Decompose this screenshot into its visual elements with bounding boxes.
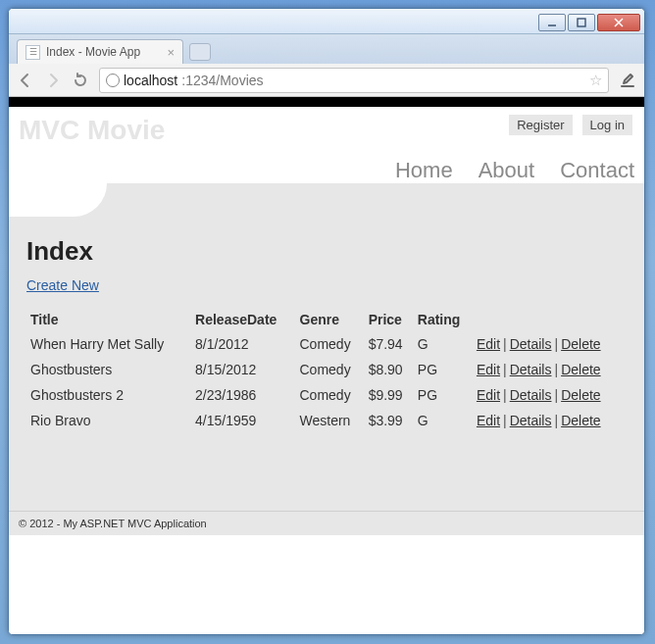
action-separator: | — [500, 362, 510, 377]
browser-tabstrip: ☰ Index - Movie App × — [9, 34, 644, 64]
delete-link[interactable]: Delete — [561, 362, 600, 377]
cell-actions: Edit|Details|Delete — [473, 408, 627, 433]
cell-title: Ghostbusters — [26, 357, 191, 382]
cell-actions: Edit|Details|Delete — [473, 331, 627, 357]
window-close-button[interactable] — [597, 14, 640, 31]
action-separator: | — [500, 413, 510, 428]
cell-release: 8/1/2012 — [191, 331, 295, 357]
details-link[interactable]: Details — [510, 336, 552, 352]
table-row: Ghostbusters 22/23/1986Comedy$9.99PGEdit… — [26, 382, 627, 408]
window-minimize-button[interactable] — [538, 14, 566, 31]
edit-link[interactable]: Edit — [477, 387, 500, 403]
header-curve — [9, 183, 644, 217]
edit-link[interactable]: Edit — [477, 336, 500, 352]
cell-price: $3.99 — [365, 408, 414, 433]
table-row: Ghostbusters8/15/2012Comedy$8.90PGEdit|D… — [26, 357, 627, 382]
table-row: When Harry Met Sally8/1/2012Comedy$7.94G… — [26, 331, 627, 357]
create-new-link[interactable]: Create New — [26, 277, 99, 293]
cell-release: 8/15/2012 — [191, 357, 295, 382]
movies-table: Title ReleaseDate Genre Price Rating Whe… — [26, 308, 627, 433]
col-actions — [473, 308, 627, 331]
delete-link[interactable]: Delete — [561, 413, 600, 428]
cell-title: Ghostbusters 2 — [26, 382, 191, 408]
cell-genre: Comedy — [296, 382, 365, 408]
svg-rect-1 — [578, 19, 585, 26]
page-accent-strip — [9, 97, 644, 107]
url-host: localhost — [124, 73, 177, 88]
cell-rating: G — [414, 331, 473, 357]
tab-favicon: ☰ — [25, 45, 40, 60]
cell-title: When Harry Met Sally — [26, 331, 191, 357]
settings-wrench-icon[interactable] — [619, 72, 636, 89]
page-viewport: MVC Movie Register Log in Home About Con… — [9, 97, 644, 634]
register-link[interactable]: Register — [509, 115, 572, 135]
nav-about[interactable]: About — [479, 158, 535, 183]
col-title: Title — [26, 308, 191, 331]
url-path: :1234/Movies — [181, 73, 263, 88]
cell-genre: Comedy — [296, 357, 365, 382]
action-separator: | — [551, 387, 561, 403]
edit-link[interactable]: Edit — [477, 362, 500, 377]
primary-nav: Home About Contact — [19, 158, 634, 183]
browser-toolbar: localhost:1234/Movies ☆ — [9, 64, 644, 97]
cell-release: 4/15/1959 — [191, 408, 295, 433]
details-link[interactable]: Details — [510, 387, 552, 403]
col-genre: Genre — [296, 308, 365, 331]
delete-link[interactable]: Delete — [561, 387, 600, 403]
delete-link[interactable]: Delete — [561, 336, 600, 352]
browser-window: ☰ Index - Movie App × localhost:1234/Mov… — [8, 8, 645, 635]
cell-actions: Edit|Details|Delete — [473, 382, 627, 408]
reload-button[interactable] — [72, 72, 89, 89]
forward-button[interactable] — [44, 72, 62, 89]
browser-tab[interactable]: ☰ Index - Movie App × — [17, 39, 183, 64]
footer-text: © 2012 - My ASP.NET MVC Application — [19, 518, 207, 529]
cell-genre: Western — [296, 408, 365, 433]
action-separator: | — [551, 336, 561, 352]
nav-home[interactable]: Home — [395, 158, 453, 183]
action-separator: | — [500, 336, 510, 352]
site-footer: © 2012 - My ASP.NET MVC Application — [9, 511, 644, 535]
cell-genre: Comedy — [296, 331, 365, 357]
nav-contact[interactable]: Contact — [560, 158, 634, 183]
back-button[interactable] — [17, 72, 34, 89]
action-separator: | — [551, 413, 561, 428]
new-tab-button[interactable] — [189, 43, 211, 61]
window-maximize-button[interactable] — [568, 14, 595, 31]
login-link[interactable]: Log in — [582, 115, 632, 135]
action-separator: | — [551, 362, 561, 377]
table-header-row: Title ReleaseDate Genre Price Rating — [26, 308, 627, 331]
page-heading: Index — [26, 236, 627, 267]
cell-release: 2/23/1986 — [191, 382, 295, 408]
cell-price: $7.94 — [365, 331, 414, 357]
bookmark-star-icon[interactable]: ☆ — [589, 72, 602, 89]
cell-actions: Edit|Details|Delete — [473, 357, 627, 382]
cell-price: $8.90 — [365, 357, 414, 382]
main-content: Index Create New Title ReleaseDate Genre… — [9, 217, 644, 511]
cell-title: Rio Bravo — [26, 408, 191, 433]
site-identity-icon — [106, 74, 120, 87]
edit-link[interactable]: Edit — [477, 413, 500, 428]
cell-rating: PG — [414, 357, 473, 382]
window-titlebar — [9, 9, 644, 34]
table-row: Rio Bravo4/15/1959Western$3.99GEdit|Deta… — [26, 408, 627, 433]
details-link[interactable]: Details — [510, 362, 552, 377]
details-link[interactable]: Details — [510, 413, 552, 428]
site-header: MVC Movie Register Log in Home About Con… — [9, 107, 644, 183]
col-price: Price — [365, 308, 414, 331]
cell-rating: G — [414, 408, 473, 433]
col-release: ReleaseDate — [191, 308, 295, 331]
col-rating: Rating — [414, 308, 473, 331]
tab-close-button[interactable]: × — [167, 45, 175, 60]
address-bar[interactable]: localhost:1234/Movies ☆ — [99, 68, 609, 93]
action-separator: | — [500, 387, 510, 403]
tab-title: Index - Movie App — [46, 45, 140, 59]
cell-price: $9.99 — [365, 382, 414, 408]
cell-rating: PG — [414, 382, 473, 408]
auth-links: Register Log in — [509, 115, 632, 135]
